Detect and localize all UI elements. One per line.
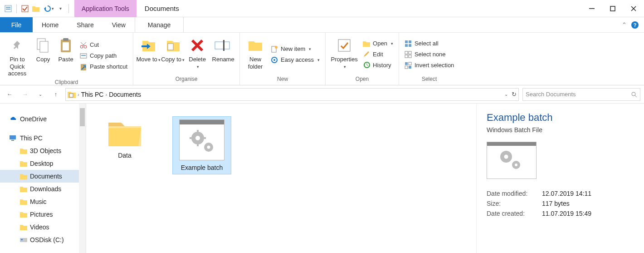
copy-path-button[interactable]: Copy path bbox=[80, 52, 127, 60]
history-button[interactable]: History bbox=[363, 61, 393, 69]
up-button[interactable]: ↑ bbox=[50, 89, 62, 100]
title-bar: ▾ ▾ Application Tools Documents bbox=[0, 0, 644, 17]
label: New folder bbox=[243, 56, 268, 70]
svg-rect-29 bbox=[405, 51, 408, 54]
tree-videos[interactable]: Videos bbox=[0, 221, 86, 233]
svg-rect-17 bbox=[215, 42, 229, 49]
item-folder-data[interactable]: Data bbox=[95, 116, 154, 159]
label: Copy path bbox=[90, 52, 117, 59]
maximize-button[interactable] bbox=[602, 0, 623, 17]
title-tabs: Application Tools Documents bbox=[74, 0, 187, 17]
help-icon[interactable]: ? bbox=[631, 21, 639, 29]
cut-button[interactable]: Cut bbox=[80, 41, 127, 49]
svg-rect-31 bbox=[405, 55, 408, 58]
search-icon bbox=[631, 91, 637, 98]
copy-button[interactable]: Copy bbox=[32, 35, 54, 77]
open-button[interactable]: Open▾ bbox=[363, 40, 393, 47]
tree-osdisk[interactable]: OSDisk (C:) bbox=[0, 233, 86, 246]
details-key: Date created: bbox=[487, 210, 537, 217]
scissors-icon bbox=[80, 41, 87, 49]
pin-to-quick-access-button[interactable]: Pin to Quick access bbox=[3, 35, 32, 77]
label: Paste bbox=[58, 56, 73, 63]
label: Edit bbox=[373, 51, 383, 58]
details-val: 117 bytes bbox=[542, 200, 570, 207]
copy-to-icon bbox=[165, 38, 181, 53]
new-item-button[interactable]: New item▾ bbox=[271, 45, 320, 53]
svg-rect-16 bbox=[168, 44, 173, 50]
close-button[interactable] bbox=[623, 0, 644, 17]
breadcrumb-documents[interactable]: Documents bbox=[109, 91, 141, 98]
tree-pictures[interactable]: Pictures bbox=[0, 208, 86, 221]
new-folder-icon bbox=[248, 39, 263, 52]
properties-button[interactable]: Properties▾ bbox=[328, 35, 360, 74]
refresh-button[interactable]: ↻ bbox=[512, 91, 517, 98]
undo-icon[interactable]: ▾ bbox=[42, 4, 54, 13]
select-all-button[interactable]: Select all bbox=[405, 40, 454, 47]
folder-icon bbox=[20, 173, 27, 179]
minimize-button[interactable] bbox=[581, 0, 602, 17]
tab-home[interactable]: Home bbox=[33, 17, 68, 32]
label: Delete▾ bbox=[189, 56, 206, 69]
tree-this-pc[interactable]: This PC bbox=[0, 132, 86, 144]
new-folder-button[interactable]: New folder bbox=[243, 35, 268, 74]
details-thumbnail bbox=[487, 142, 537, 179]
tree-3d-objects[interactable]: 3D Objects bbox=[0, 144, 86, 157]
paste-button[interactable]: Paste bbox=[54, 35, 77, 77]
tree-desktop[interactable]: Desktop bbox=[0, 157, 86, 170]
select-none-button[interactable]: Select none bbox=[405, 51, 454, 58]
details-row: Date modified:12.07.2019 14:11 bbox=[487, 190, 634, 197]
folder-icon bbox=[20, 148, 27, 154]
svg-point-22 bbox=[273, 59, 275, 61]
label: Properties▾ bbox=[331, 56, 357, 69]
forward-button[interactable]: → bbox=[19, 89, 31, 100]
chevron-down-icon[interactable]: ▾ bbox=[52, 6, 54, 11]
tree-downloads[interactable]: Downloads bbox=[0, 183, 86, 195]
collapse-ribbon-icon[interactable]: ⌃ bbox=[622, 21, 627, 28]
label: History bbox=[373, 62, 391, 69]
address-drop-icon[interactable]: ⌄ bbox=[504, 92, 508, 97]
address-bar[interactable]: › This PC› Documents ⌄ ↻ bbox=[65, 88, 519, 101]
label: 3D Objects bbox=[30, 147, 61, 154]
file-tab[interactable]: File bbox=[0, 17, 33, 32]
edit-button[interactable]: Edit bbox=[363, 50, 393, 58]
easy-access-button[interactable]: Easy access▾ bbox=[271, 56, 320, 64]
onedrive-icon bbox=[9, 116, 17, 122]
nav-tree: OneDrive This PC 3D Objects Desktop Docu… bbox=[0, 104, 86, 253]
tree-onedrive[interactable]: OneDrive bbox=[0, 113, 86, 125]
copy-to-button[interactable]: Copy to▾ bbox=[161, 35, 185, 74]
rename-button[interactable]: Rename bbox=[210, 35, 237, 74]
checkbox-icon[interactable] bbox=[20, 4, 29, 13]
folder-icon bbox=[20, 224, 27, 230]
tab-view[interactable]: View bbox=[103, 17, 135, 32]
back-button[interactable]: ← bbox=[4, 89, 15, 100]
folder-icon bbox=[107, 116, 143, 148]
delete-button[interactable]: Delete▾ bbox=[185, 35, 210, 74]
svg-rect-33 bbox=[405, 62, 408, 65]
move-to-icon bbox=[141, 38, 156, 53]
move-to-button[interactable]: Move to▾ bbox=[136, 35, 161, 74]
svg-rect-34 bbox=[409, 62, 411, 65]
properties-icon[interactable] bbox=[4, 4, 13, 13]
group-label: Clipboard bbox=[3, 77, 130, 88]
paste-shortcut-button[interactable]: Paste shortcut bbox=[80, 63, 127, 70]
paste-shortcut-icon bbox=[80, 63, 87, 70]
content-pane[interactable]: Data Example batch bbox=[86, 104, 476, 253]
svg-rect-35 bbox=[405, 66, 408, 69]
tree-scrollbar[interactable] bbox=[79, 104, 86, 253]
search-input[interactable]: Search Documents bbox=[522, 88, 640, 101]
paste-icon bbox=[59, 38, 72, 53]
invert-selection-button[interactable]: Invert selection bbox=[405, 62, 454, 69]
label: OneDrive bbox=[20, 115, 47, 123]
svg-rect-14 bbox=[81, 55, 86, 56]
tab-manage[interactable]: Manage bbox=[135, 17, 184, 32]
folder-icon[interactable] bbox=[31, 4, 40, 13]
item-example-batch[interactable]: Example batch bbox=[172, 116, 231, 174]
tab-share[interactable]: Share bbox=[68, 17, 102, 32]
ribbon: Pin to Quick access Copy Paste Cut Copy … bbox=[0, 33, 644, 85]
recent-locations-button[interactable]: ⌄ bbox=[34, 89, 46, 100]
qat-customize-icon[interactable]: ▾ bbox=[56, 4, 65, 13]
tree-music[interactable]: Music bbox=[0, 195, 86, 208]
breadcrumb-this-pc[interactable]: This PC› bbox=[81, 91, 107, 98]
label: Downloads bbox=[30, 185, 61, 193]
tree-documents[interactable]: Documents bbox=[0, 170, 86, 183]
